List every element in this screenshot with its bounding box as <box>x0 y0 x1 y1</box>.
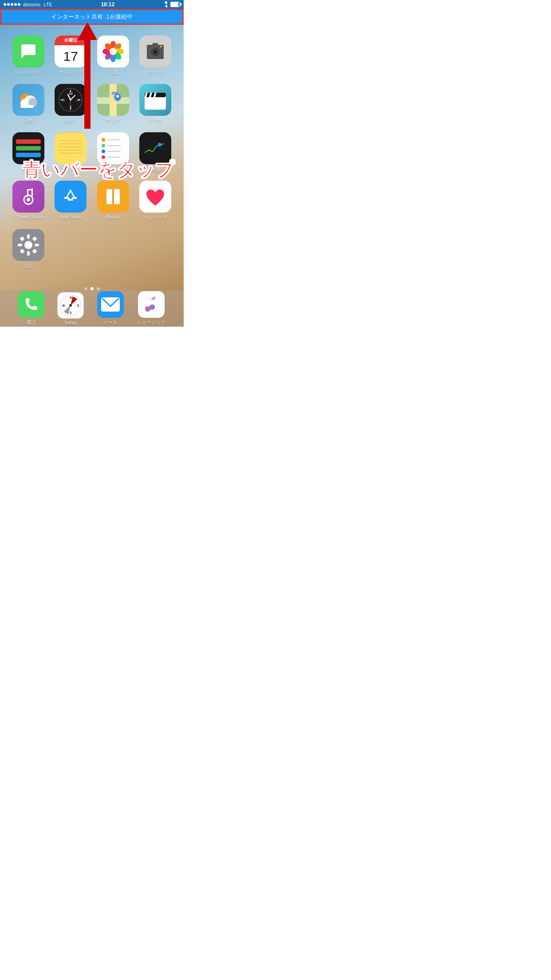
app-photos[interactable]: 写真 <box>94 36 133 76</box>
photos-icon <box>97 36 129 67</box>
svg-rect-61 <box>32 236 37 241</box>
status-bar: docomo LTE 18:12 <box>0 0 184 9</box>
app-maps[interactable]: 280 マップ <box>94 84 133 124</box>
music-label: ミュージック <box>137 319 166 326</box>
camera-label: カメラ <box>148 69 163 76</box>
svg-rect-59 <box>35 244 39 246</box>
app-settings[interactable]: 設定 <box>9 229 48 269</box>
svg-rect-52 <box>27 189 33 190</box>
carrier-name: docomo <box>23 2 40 7</box>
svg-point-8 <box>110 48 117 55</box>
battery-icon <box>170 2 180 7</box>
messages-label: メッセージ <box>16 69 40 76</box>
svg-rect-62 <box>20 249 24 253</box>
health-label: ヘルスケア <box>143 214 168 221</box>
phone-screen: docomo LTE 18:12 インターネット共有: 1台接続中 青いバーをタ… <box>0 0 184 327</box>
svg-rect-57 <box>27 251 30 256</box>
svg-text:12: 12 <box>69 91 73 95</box>
hotspot-text: インターネット共有: 1台接続中 <box>51 13 132 21</box>
app-health[interactable]: ヘルスケア <box>136 181 175 221</box>
bluetooth-icon <box>163 1 169 8</box>
svg-rect-63 <box>32 249 37 253</box>
dock-safari[interactable]: N S E W Safari <box>57 292 84 325</box>
page-dot-2[interactable] <box>91 287 94 290</box>
annotation-arrow <box>78 22 97 129</box>
safari-label: Safari <box>64 320 77 325</box>
clips-label: ビデオ <box>148 118 163 124</box>
status-left: docomo LTE <box>4 2 52 7</box>
svg-point-73 <box>69 304 72 307</box>
ibooks-icon <box>97 181 129 213</box>
ibooks-label: iBooks <box>106 214 120 220</box>
svg-point-47 <box>158 143 161 146</box>
appstore-label: App Store <box>60 214 82 220</box>
messages-icon <box>12 36 44 67</box>
mail-icon <box>97 291 124 318</box>
photos-label: 写真 <box>108 69 118 76</box>
svg-rect-53 <box>68 199 73 201</box>
mail-label: メール <box>103 319 118 326</box>
signal-strength <box>4 3 20 6</box>
svg-point-12 <box>160 46 162 47</box>
svg-text:S: S <box>70 311 72 314</box>
app-clips[interactable]: ビデオ <box>136 84 175 124</box>
arrow-head <box>78 22 97 40</box>
app-camera[interactable]: カメラ <box>136 36 175 76</box>
svg-rect-58 <box>18 244 22 246</box>
dock-music[interactable]: ミュージック <box>137 291 166 326</box>
status-right <box>163 1 180 8</box>
svg-rect-17 <box>20 105 34 108</box>
clock-label: 時計 <box>66 118 75 124</box>
settings-icon <box>12 229 44 261</box>
phone-icon <box>18 291 44 318</box>
itunes-icon <box>12 181 44 213</box>
dock-phone[interactable]: 電話 <box>18 291 44 326</box>
maps-label: マップ <box>106 118 120 124</box>
page-dots <box>0 287 184 290</box>
clips-icon <box>139 84 171 116</box>
svg-text:9: 9 <box>63 98 65 102</box>
maps-icon: 280 <box>97 84 129 116</box>
network-type: LTE <box>43 2 52 7</box>
itunes-label: iTunes Store <box>15 214 42 220</box>
weather-icon <box>12 84 44 116</box>
app-ibooks[interactable]: iBooks <box>94 181 133 221</box>
svg-point-55 <box>24 241 32 249</box>
svg-point-36 <box>116 95 119 98</box>
svg-point-49 <box>27 198 30 202</box>
status-time: 18:12 <box>101 1 114 8</box>
svg-rect-56 <box>27 234 30 239</box>
camera-icon <box>139 36 171 67</box>
svg-text:N: N <box>70 296 72 299</box>
annotation-text: 青いバーをタップ <box>22 158 174 182</box>
arrow-shaft <box>84 40 91 129</box>
phone-label: 電話 <box>26 319 36 326</box>
music-icon <box>138 291 165 318</box>
dock-mail[interactable]: メール <box>97 291 124 326</box>
svg-text:E: E <box>77 304 79 307</box>
app-messages[interactable]: メッセージ <box>9 36 48 76</box>
battery-fill <box>171 2 178 7</box>
app-appstore[interactable]: App Store <box>51 181 91 221</box>
page-dot-1[interactable] <box>84 287 87 290</box>
svg-text:W: W <box>62 304 65 307</box>
settings-label: 設定 <box>24 263 33 269</box>
svg-rect-60 <box>20 236 24 241</box>
svg-point-11 <box>153 50 157 54</box>
dock: 電話 N S E W <box>0 290 184 327</box>
health-icon <box>139 181 171 213</box>
page-dot-3[interactable] <box>97 287 100 290</box>
safari-icon: N S E W <box>57 292 84 319</box>
weather-label: 天気 <box>24 118 33 124</box>
appstore-icon <box>55 181 87 213</box>
app-weather[interactable]: 天気 <box>9 84 48 124</box>
app-itunes[interactable]: iTunes Store <box>9 181 48 221</box>
